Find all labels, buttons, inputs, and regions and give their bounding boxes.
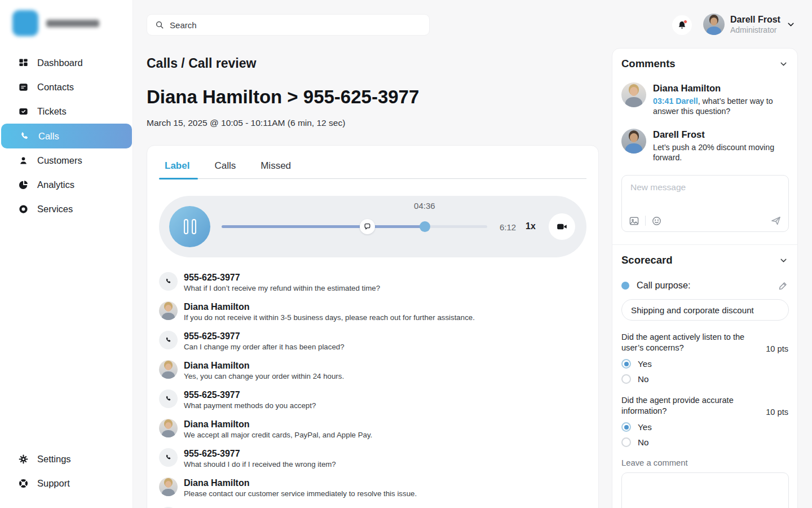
notifications-button[interactable]: [672, 15, 692, 35]
speaker-name: Diana Hamilton: [184, 419, 372, 430]
utterance: If you do not receive it within 3-5 busi…: [184, 313, 475, 322]
attach-image-icon[interactable]: [629, 216, 639, 226]
logo-text: [46, 20, 99, 27]
services-icon: [18, 204, 29, 214]
avatar: [621, 129, 646, 154]
comments-header: Comments: [621, 58, 788, 70]
gear-icon: [18, 454, 29, 465]
agent-avatar: [159, 478, 178, 496]
comment-body: Let’s push a 20% discount moving forward…: [653, 143, 774, 162]
review-side-panel: Comments Diana Hamilton 03:41 Darell, wh…: [612, 48, 798, 508]
seek-progress: [222, 225, 425, 228]
sidebar-item-support[interactable]: Support: [0, 471, 133, 496]
send-icon[interactable]: [770, 215, 782, 226]
sidebar-item-label: Calls: [38, 131, 59, 142]
sidebar-item-tickets[interactable]: Tickets: [0, 99, 133, 124]
seek-bar[interactable]: 04:36: [222, 196, 487, 257]
tab-missed[interactable]: Missed: [255, 156, 297, 178]
radio-unchecked-icon[interactable]: [621, 374, 631, 384]
radio-unchecked-icon[interactable]: [621, 437, 631, 447]
comment-text: 03:41 Darell, what’s better way to answe…: [653, 96, 789, 116]
radio-checked-icon[interactable]: [621, 422, 631, 432]
sidebar-item-settings[interactable]: Settings: [0, 447, 133, 471]
comment-item: Darell Frost Let’s push a 20% discount m…: [621, 129, 788, 163]
dashboard-icon: [18, 58, 29, 68]
transcript-row[interactable]: Diana Hamilton We accept all major credi…: [159, 419, 586, 440]
sidebar-footer: Settings Support: [0, 447, 133, 496]
bullet-dot-icon: [621, 282, 629, 290]
sidebar-item-calls[interactable]: Calls: [1, 124, 132, 148]
sidebar-item-contacts[interactable]: Contacts: [0, 75, 133, 99]
radio-label: Yes: [638, 422, 652, 432]
speaker-name: Diana Hamilton: [184, 360, 344, 371]
utterance: Yes, you can change your order within 24…: [184, 372, 344, 381]
chevron-down-icon[interactable]: [779, 59, 788, 69]
transcript-row[interactable]: 955-625-3977 What should I do if I recei…: [159, 448, 586, 469]
transcript-row[interactable]: Diana Hamilton Please contact our custom…: [159, 478, 586, 498]
speaker-name: Diana Hamilton: [184, 478, 417, 488]
comment-marker[interactable]: [360, 219, 375, 234]
sidebar-item-services[interactable]: Services: [0, 197, 133, 221]
speaker-name: 955-625-3977: [184, 331, 345, 341]
radio-option-no[interactable]: No: [621, 374, 788, 384]
comment-text: Let’s push a 20% discount moving forward…: [653, 142, 789, 163]
timestamp-mention-link[interactable]: 03:41 Darell: [653, 97, 698, 106]
audio-player: 04:36 6:12 1x: [159, 196, 586, 257]
edit-pencil-icon[interactable]: [778, 281, 788, 291]
utterance: Can I change my order after it has been …: [184, 343, 345, 352]
breadcrumb: Calls / Call review: [147, 56, 256, 71]
chevron-down-icon[interactable]: [779, 256, 788, 265]
question-points: 10 pts: [766, 344, 788, 353]
current-time: 04:36: [414, 201, 435, 211]
user-role: Administrator: [730, 25, 780, 35]
playback-speed-button[interactable]: 1x: [526, 221, 536, 231]
sidebar-item-dashboard[interactable]: Dashboard: [0, 51, 133, 75]
pause-icon: [184, 219, 188, 234]
transcript-row[interactable]: Diana Hamilton Yes, you can change your …: [159, 360, 586, 381]
tab-label[interactable]: Label: [159, 156, 195, 178]
sidebar-nav: Dashboard Contacts Tickets Calls Custome…: [0, 51, 133, 221]
transcript-row[interactable]: 955-625-3977 What if I don’t receive my …: [159, 272, 586, 293]
leave-comment-field[interactable]: [621, 472, 789, 508]
leave-comment-label: Leave a comment: [621, 458, 788, 467]
radio-option-no[interactable]: No: [621, 437, 788, 447]
brand-logo: [0, 0, 133, 36]
radio-option-yes[interactable]: Yes: [621, 359, 788, 369]
emoji-icon[interactable]: [651, 216, 662, 226]
video-button[interactable]: [549, 213, 575, 240]
radio-label: Yes: [638, 359, 652, 369]
lifebuoy-icon: [18, 478, 29, 489]
sidebar-item-analytics[interactable]: Analytics: [0, 173, 133, 197]
contacts-icon: [18, 82, 29, 93]
transcript-row[interactable]: 955-625-3977 Can I change my order after…: [159, 331, 586, 352]
search-icon: [155, 20, 164, 30]
agent-avatar: [159, 419, 178, 437]
toolbar-divider: [645, 216, 646, 226]
page-title: Diana Hamilton > 955-625-3977: [147, 86, 419, 108]
search-bar[interactable]: [147, 14, 430, 36]
new-message-box[interactable]: New message: [621, 175, 789, 232]
user-name: Darell Frost: [730, 14, 780, 25]
sidebar-item-customers[interactable]: Customers: [0, 148, 133, 173]
user-menu[interactable]: Darell Frost Administrator: [703, 14, 796, 35]
sidebar-item-label: Settings: [37, 454, 71, 465]
search-input[interactable]: [170, 20, 421, 30]
transcript-row[interactable]: Diana Hamilton If you do not receive it …: [159, 301, 586, 322]
tab-calls[interactable]: Calls: [209, 156, 241, 178]
comments-title: Comments: [621, 58, 676, 70]
transcript-row[interactable]: 955-625-3977 What payment methods do you…: [159, 389, 586, 410]
avatar: [703, 14, 725, 35]
call-datetime: March 15, 2025 @ 10:05 - 10:11AM (6 min,…: [147, 118, 345, 128]
radio-option-yes[interactable]: Yes: [621, 422, 788, 432]
call-purpose-row: Call purpose:: [621, 280, 788, 291]
pause-button[interactable]: [169, 206, 210, 247]
call-review-card: Label Calls Missed 04:36 6:12 1x 955-62: [147, 145, 599, 508]
speaker-name: 955-625-3977: [184, 448, 336, 459]
chevron-down-icon: [786, 20, 796, 29]
call-purpose-field[interactable]: Shipping and corporate discount: [621, 299, 789, 321]
seek-thumb[interactable]: [420, 221, 430, 232]
utterance: Please contact our customer service imme…: [184, 489, 417, 498]
radio-checked-icon[interactable]: [621, 359, 631, 369]
total-time: 6:12: [500, 222, 516, 232]
utterance: What if I don’t receive my refund within…: [184, 284, 380, 293]
